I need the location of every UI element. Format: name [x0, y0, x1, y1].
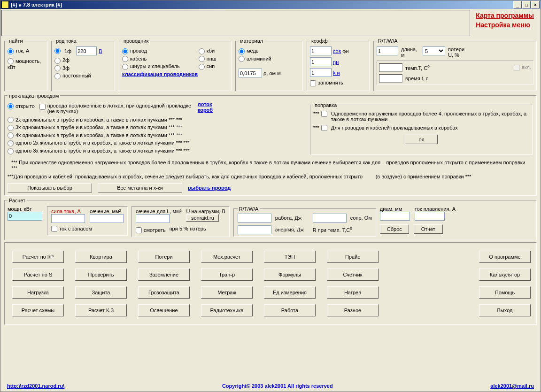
rho-input[interactable]: [239, 69, 262, 77]
btn-proverit[interactable]: Проверить: [75, 269, 127, 281]
lay-r3[interactable]: 4х одножильных в трубе и в коробах, а та…: [8, 132, 303, 139]
cos-link[interactable]: cos: [333, 48, 341, 54]
settings-link[interactable]: Настройка меню: [476, 21, 534, 29]
loss-select[interactable]: 5: [423, 46, 445, 55]
btn-zazemlenie[interactable]: Заземление: [138, 269, 190, 281]
kof-group: коэфф cos φн ηн k и запомнить: [307, 38, 370, 91]
lay-r1[interactable]: 2х одножильных в трубе и в коробах, а та…: [8, 117, 303, 123]
sech-label: сечение, мм²: [90, 208, 124, 214]
mat-med[interactable]: медь: [239, 48, 300, 54]
prov-kbi[interactable]: кби: [199, 48, 216, 54]
prov-shnury[interactable]: шнуры и спецкабель: [122, 63, 180, 70]
klass-link[interactable]: классификация проводников: [122, 71, 198, 77]
eta-link[interactable]: ηн: [333, 59, 339, 65]
rtwa-legend: R/T/W/A: [377, 38, 399, 44]
show-button[interactable]: Показывать выбор: [8, 183, 92, 192]
titlebar: [#] v 7.8 электрик [#] _ □ ×: [0, 0, 541, 9]
moshch-input[interactable]: [8, 212, 42, 221]
btn-zashita[interactable]: Защита: [75, 286, 127, 299]
rod-post[interactable]: постоянный: [54, 73, 112, 79]
btn-exit[interactable]: Выход: [479, 304, 531, 316]
vkl-check[interactable]: вкл.: [514, 64, 531, 71]
mat-al[interactable]: алюминий: [239, 56, 300, 62]
tokzap-check[interactable]: ток с запасом: [51, 226, 124, 232]
length-input[interactable]: [377, 46, 398, 55]
btn-poteri[interactable]: Потери: [138, 251, 190, 263]
rod-3f[interactable]: 3ф: [54, 65, 112, 72]
prov-npsh[interactable]: нпш: [199, 56, 216, 62]
pot-label: потери U, %: [448, 46, 470, 58]
prov-provod[interactable]: провод: [122, 48, 180, 54]
sechL-display: [136, 214, 170, 223]
lotok-link[interactable]: лоток: [198, 101, 212, 107]
btn-nagruzka[interactable]: Нагрузка: [12, 286, 64, 299]
close-icon[interactable]: ×: [531, 1, 540, 8]
btn-s[interactable]: Расчет по S: [12, 269, 64, 281]
btn-ed[interactable]: Ед.измерения: [264, 286, 316, 299]
btn-ip[interactable]: Расчет по I/P: [12, 251, 64, 263]
btn-raznoe[interactable]: Разное: [327, 304, 379, 316]
map-link[interactable]: Карта программы: [476, 12, 534, 19]
btn-schemy[interactable]: Расчет схемы: [12, 304, 64, 316]
btn-schetchik[interactable]: Счетчик: [327, 269, 379, 281]
btn-about[interactable]: О программе: [479, 251, 531, 263]
btn-mex[interactable]: Мех.расчет: [201, 251, 253, 263]
lay-r2[interactable]: 3х одножильных в трубе и в коробах, а та…: [8, 124, 303, 131]
cos-input[interactable]: [310, 46, 332, 55]
remember-check[interactable]: запомнить: [310, 80, 366, 86]
sbros-button[interactable]: Сброс: [380, 224, 409, 234]
prov-sip[interactable]: сип: [199, 63, 216, 70]
lay-r4[interactable]: одного 2х жильного в трубе и в коробах, …: [8, 140, 303, 146]
footer: http:\\rzd2001.narod.ru\ Copyright© 2003…: [0, 383, 541, 389]
minimize-icon[interactable]: _: [513, 1, 522, 8]
tokpl-label: ток плавления, А: [415, 206, 456, 212]
rod-2f[interactable]: 2ф: [54, 57, 112, 64]
ki-link[interactable]: k и: [333, 70, 340, 76]
btn-ten[interactable]: ТЭН: [264, 251, 316, 263]
btn-metraj[interactable]: Метраж: [201, 286, 253, 299]
sila-label: сила тока, А: [51, 208, 85, 214]
diam-display: [380, 212, 410, 221]
eta-input[interactable]: [310, 57, 332, 66]
ki-input[interactable]: [310, 68, 332, 77]
choose-link[interactable]: выбрать провод: [188, 185, 231, 191]
btn-osvesh[interactable]: Освещение: [138, 304, 190, 316]
voltage-input[interactable]: [76, 46, 97, 55]
note1: *** При количестве одновременно нагружен…: [8, 160, 533, 171]
smotret-check[interactable]: смотреть: [136, 227, 166, 234]
p2-check[interactable]: [321, 125, 327, 131]
lay-r5[interactable]: одного 3х жильного в трубе и в коробах, …: [8, 148, 303, 154]
footer-url[interactable]: http:\\rzd2001.narod.ru\: [7, 383, 64, 389]
btn-nagrev[interactable]: Нагрев: [327, 286, 379, 299]
lay-tray-check[interactable]: провода проложенные в лотках, при одноря…: [39, 103, 193, 114]
btn-kalk[interactable]: Калькулятор: [479, 269, 531, 281]
temp-display: [379, 63, 402, 72]
btn-kvartira[interactable]: Квартира: [75, 251, 127, 263]
find-moshch[interactable]: мощность, кВт: [8, 58, 44, 70]
rabota-display: [238, 214, 271, 223]
btn-kz[interactable]: Расчет К.З: [75, 304, 127, 316]
sonraid-button[interactable]: sonraid.ru: [186, 214, 219, 222]
maximize-icon[interactable]: □: [522, 1, 531, 8]
find-tok[interactable]: ток, А: [8, 48, 44, 54]
btn-formuly[interactable]: Формулы: [264, 269, 316, 281]
btn-radio[interactable]: Радиотехника: [201, 304, 253, 316]
prov-kabel[interactable]: кабель: [122, 56, 180, 62]
lay-open[interactable]: открыто: [8, 103, 35, 110]
tokpl-display: [415, 212, 445, 221]
p1-check[interactable]: [321, 111, 327, 117]
otchet-button[interactable]: Отчет: [414, 224, 443, 234]
footer-mail[interactable]: alek2001@mail.ru: [490, 383, 534, 389]
btn-grozo[interactable]: Грозозащита: [138, 286, 190, 299]
btn-price[interactable]: Прайс: [327, 251, 379, 263]
ok-button[interactable]: ок: [405, 135, 438, 144]
sech-display: [90, 214, 124, 223]
btn-help[interactable]: Помощь: [479, 286, 531, 299]
Rpri-label: R при темп. T,С0: [313, 226, 352, 233]
korob-link[interactable]: короб: [198, 107, 213, 113]
weight-button[interactable]: Вес металла и х-ки: [98, 183, 182, 192]
btn-rabota[interactable]: Работа: [264, 304, 316, 316]
btn-tranr[interactable]: Тран-р: [201, 269, 253, 281]
rod-1f[interactable]: [54, 48, 61, 54]
V-link[interactable]: В: [99, 48, 102, 54]
